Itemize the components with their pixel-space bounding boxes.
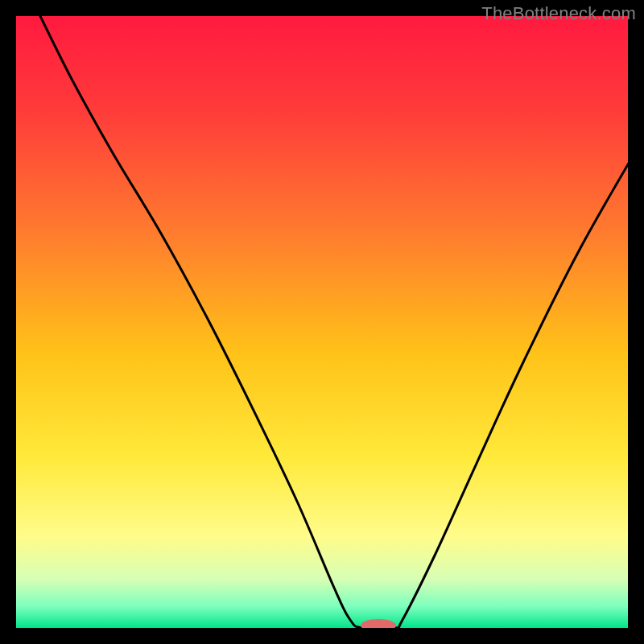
plot-background <box>16 16 628 628</box>
minimum-marker <box>361 619 396 632</box>
chart-frame: { "watermark": "TheBottleneck.com", "cha… <box>0 0 644 644</box>
bottleneck-chart <box>0 0 644 644</box>
watermark-text: TheBottleneck.com <box>481 3 636 24</box>
